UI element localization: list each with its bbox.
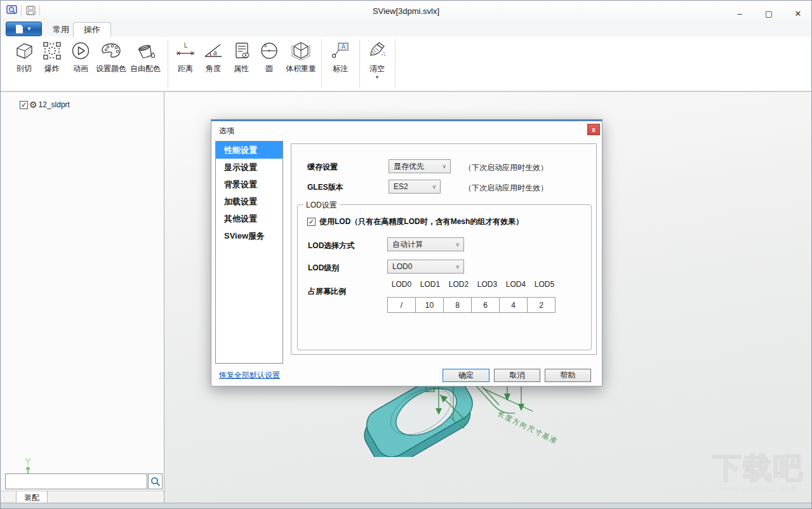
lod-select-mode-select[interactable]: 自动计算 ∨ xyxy=(387,237,464,251)
restore-defaults-link[interactable]: 恢复全部默认设置 xyxy=(219,370,280,381)
lod-ratio-cell[interactable]: 6 xyxy=(471,297,500,313)
button-label: 标注 xyxy=(333,63,348,74)
tab-operate[interactable]: 操作 xyxy=(73,22,111,37)
watermark-title: 下载吧 xyxy=(712,453,804,482)
volume-weight-button[interactable]: 体积重量 xyxy=(283,39,319,82)
tree-checkbox[interactable]: ✓ xyxy=(20,101,28,109)
dialog-tab-performance[interactable]: 性能设置 xyxy=(216,142,283,159)
app-window: SView[3dpmi.svlx] – ▢ ✕ ? 帮助 ▼ 常用 操作 xyxy=(0,0,812,509)
button-label: 距离 xyxy=(178,63,193,74)
dialog-tab-list: 性能设置 显示设置 背景设置 加载设置 其他设置 SView服务 xyxy=(215,141,283,364)
lod-settings-group: LOD设置 ✓ 使用LOD（只有在高精度LOD时，含有Mesh的组才有效果） L… xyxy=(297,204,592,350)
distance-icon: L xyxy=(175,39,196,63)
angle-button[interactable]: a 角度 xyxy=(199,39,227,82)
dialog-tab-other[interactable]: 其他设置 xyxy=(216,210,283,227)
button-label: 清空 xyxy=(369,63,385,74)
lod-ratio-cell[interactable]: / xyxy=(387,297,416,313)
lod-ratio-cells: / 10 8 6 4 2 xyxy=(387,297,556,313)
dimension-annotation-label: 长度方向尺寸基准 xyxy=(496,409,559,446)
file-menu-button[interactable]: ▼ xyxy=(6,22,42,36)
chevron-down-icon: ∨ xyxy=(455,241,463,248)
search-input[interactable] xyxy=(5,473,147,489)
dialog-tab-display[interactable]: 显示设置 xyxy=(216,159,283,176)
cache-setting-label: 缓存设置 xyxy=(307,162,338,173)
chevron-down-icon: ∨ xyxy=(455,263,463,270)
circle-button[interactable]: Φ 圆 xyxy=(255,39,283,82)
animation-play-icon xyxy=(70,39,91,63)
search-button[interactable] xyxy=(148,473,163,489)
free-color-button[interactable]: 自由配色 xyxy=(128,39,163,82)
chevron-down-icon: ∨ xyxy=(442,163,450,169)
lod-select-mode-label: LOD选择方式 xyxy=(308,241,354,251)
section-cube-icon xyxy=(13,39,35,63)
caret-down-icon: ▼ xyxy=(27,26,32,32)
part-gear-icon: ⚙ xyxy=(29,100,37,110)
dialog-title: 选项 xyxy=(219,126,234,136)
annotation-button[interactable]: A 标注 xyxy=(326,39,355,82)
model-3d: 长度方向尺寸基准 xyxy=(331,381,623,457)
lod-ratio-cell[interactable]: 10 xyxy=(415,297,444,313)
gles-note: （下次启动应用时生效） xyxy=(464,183,548,194)
divider xyxy=(359,39,360,88)
clear-broom-icon xyxy=(366,39,388,63)
explode-button[interactable]: 爆炸 xyxy=(38,39,66,82)
button-label: 剖切 xyxy=(17,63,32,74)
properties-icon xyxy=(230,39,252,63)
volume-weight-icon xyxy=(290,39,312,63)
lod-ratio-headers: LOD0 LOD1 LOD2 LOD3 LOD4 LOD5 xyxy=(387,280,559,289)
gles-version-label: GLES版本 xyxy=(307,182,343,193)
distance-button[interactable]: L 距离 xyxy=(171,39,199,82)
button-label: 圆 xyxy=(265,63,273,74)
maximize-button[interactable]: ▢ xyxy=(763,8,775,18)
lod-ratio-cell[interactable]: 2 xyxy=(527,297,556,313)
watermark-url: www.xiazaiba.com xyxy=(712,484,804,493)
select-value: 自动计算 xyxy=(388,239,455,250)
select-value: ES2 xyxy=(389,182,432,191)
chevron-down-icon: ∨ xyxy=(432,183,440,190)
svg-text:A: A xyxy=(342,43,346,50)
set-color-palette-icon xyxy=(100,39,123,63)
set-color-button[interactable]: 设置颜色 xyxy=(94,39,128,82)
dialog-tab-background[interactable]: 背景设置 xyxy=(216,176,283,193)
lod-header: LOD4 xyxy=(502,280,530,289)
lod-group-label: LOD设置 xyxy=(303,200,340,211)
lod-level-select[interactable]: LOD0 ∨ xyxy=(387,260,464,274)
tree-item-label: 12_sldprt xyxy=(39,100,70,109)
close-button[interactable]: ✕ xyxy=(792,8,804,18)
clear-button[interactable]: 清空 ▼ xyxy=(363,39,391,82)
button-label: 动画 xyxy=(73,63,88,74)
lod-ratio-cell[interactable]: 4 xyxy=(499,297,528,313)
svg-text:a: a xyxy=(213,50,217,56)
minimize-button[interactable]: – xyxy=(734,8,745,18)
cancel-button[interactable]: 取消 xyxy=(494,369,540,382)
use-lod-label: 使用LOD（只有在高精度LOD时，含有Mesh的组才有效果） xyxy=(319,216,523,227)
circle-icon: Φ xyxy=(258,39,280,63)
svg-text:Φ: Φ xyxy=(264,44,267,48)
button-label: 自由配色 xyxy=(130,63,161,74)
dialog-close-button[interactable]: x xyxy=(587,124,600,135)
ribbon-tab-strip: ▼ 常用 操作 xyxy=(1,21,811,37)
lod-header: LOD5 xyxy=(530,280,559,289)
dialog-tab-loading[interactable]: 加载设置 xyxy=(216,193,283,210)
watermark: 下载吧 www.xiazaiba.com xyxy=(712,453,804,493)
tree-row[interactable]: ✓ ⚙ 12_sldprt xyxy=(20,100,70,110)
animation-button[interactable]: 动画 xyxy=(67,39,95,82)
help-button[interactable]: 帮助 xyxy=(545,369,591,382)
properties-button[interactable]: 属性 xyxy=(227,39,255,82)
chevron-down-icon: ▼ xyxy=(375,75,380,79)
lod-ratio-cell[interactable]: 8 xyxy=(443,297,472,313)
divider xyxy=(168,39,168,88)
cache-setting-select[interactable]: 显存优先 ∨ xyxy=(389,159,451,173)
ok-button[interactable]: 确定 xyxy=(443,369,489,382)
dialog-tab-sview-service[interactable]: SView服务 xyxy=(216,227,283,244)
divider xyxy=(321,39,322,88)
button-label: 属性 xyxy=(234,63,249,74)
lod-header: LOD1 xyxy=(416,280,444,289)
lod-header: LOD2 xyxy=(444,280,473,289)
ribbon: 剖切 xyxy=(1,37,811,91)
cache-note: （下次启动应用时生效） xyxy=(464,162,548,173)
options-dialog: 选项 x 性能设置 显示设置 背景设置 加载设置 其他设置 SView服务 缓存… xyxy=(211,119,602,387)
gles-version-select[interactable]: ES2 ∨ xyxy=(389,180,441,194)
section-button[interactable]: 剖切 xyxy=(10,39,38,82)
use-lod-checkbox[interactable]: ✓ xyxy=(307,218,316,226)
